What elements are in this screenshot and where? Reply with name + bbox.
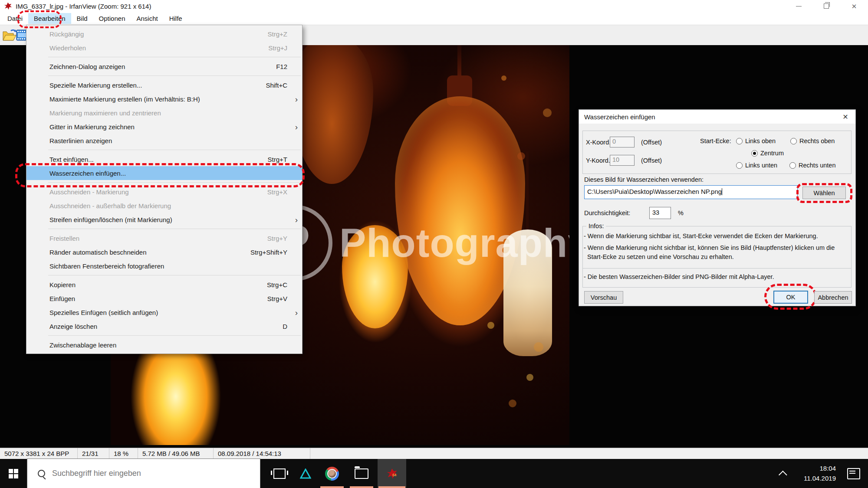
menu-item-zeichnen-dialog-anzeigen[interactable]: Zeichnen-Dialog anzeigenF12 <box>26 59 302 73</box>
minimize-button[interactable] <box>785 0 812 12</box>
bokeh-lights <box>501 75 506 81</box>
ok-button[interactable]: OK <box>773 291 808 304</box>
menu-shortcut: Strg+T <box>268 156 287 163</box>
lamp-dark <box>291 45 373 184</box>
menu-item-spezielle-markierung-erstellen[interactable]: Spezielle Markierung erstellen...Shift+C <box>26 78 302 92</box>
info-line-2: - Wenn die Markierung nicht sichtbar ist… <box>583 243 851 262</box>
menu-item-freistellen[interactable]: FreistellenStrg+Y <box>26 231 302 245</box>
menu-item-text-einf-gen[interactable]: Text einfügen...Strg+T <box>26 152 302 166</box>
radio-label: Rechts oben <box>799 138 835 144</box>
task-view-button[interactable] <box>266 459 293 488</box>
menu-item-ausschneiden-markierung[interactable]: Ausschneiden - MarkierungStrg+X <box>26 185 302 199</box>
menu-item-label: Wiederholen <box>49 44 86 52</box>
menu-item-label: Gitter in Markierung zeichnen <box>49 123 135 131</box>
menu-item-wasserzeichen-einf-gen[interactable]: Wasserzeichen einfügen... <box>26 166 302 180</box>
preview-button[interactable]: Vorschau <box>584 291 623 304</box>
menu-item-maximierte-markierung-erstellen-im-verh-[interactable]: Maximierte Markierung erstellen (im Verh… <box>26 92 302 106</box>
menu-item-rasterlinien-anzeigen[interactable]: Rasterlinien anzeigen <box>26 134 302 147</box>
taskbar-clock[interactable]: 18:04 11.04.2019 <box>797 464 836 483</box>
menu-item-sichtbaren-fensterbereich-fotografieren[interactable]: Sichtbaren Fensterbereich fotografieren <box>26 259 302 273</box>
radio-links-unten[interactable]: Links unten <box>736 161 777 170</box>
menu-shortcut: D <box>283 323 287 330</box>
cancel-button[interactable]: Abbrechen <box>814 291 852 304</box>
radio-links-oben[interactable]: Links oben <box>736 137 776 145</box>
choose-file-button[interactable]: Wählen <box>802 187 846 199</box>
taskbar: 64 18:04 11.04.2019 <box>0 459 868 488</box>
menu-ansicht[interactable]: Ansicht <box>131 13 164 24</box>
radio-button-icon <box>736 138 743 144</box>
status-segment: 08.09.2018 / 14:54:13 <box>214 448 310 459</box>
clock-time: 18:04 <box>797 464 836 474</box>
menu-item-r-ckg-ngig[interactable]: RückgängigStrg+Z <box>26 27 302 41</box>
radio-button-icon <box>790 138 797 144</box>
x-offset-label: (Offset) <box>641 139 662 146</box>
file-explorer-icon <box>355 468 368 479</box>
menu-item-streifen-einf-gen-l-schen-mit-markierung[interactable]: Streifen einfügen/löschen (mit Markierun… <box>26 213 302 226</box>
taskbar-app-explorer[interactable] <box>348 459 375 488</box>
close-icon: ✕ <box>852 3 857 10</box>
radio-label: Links oben <box>745 138 776 144</box>
menu-item-label: Freistellen <box>49 235 79 242</box>
file-path-text: C:\Users\Puia\Desktop\Wasserzeichen NP.p… <box>587 188 722 195</box>
menu-item-einf-gen[interactable]: EinfügenStrg+V <box>26 291 302 305</box>
window-title: IMG_6337_lr.jpg - IrfanView (Zoom: 921 x… <box>16 3 151 10</box>
menu-item-label: Zwischenablage leeren <box>49 341 116 349</box>
menu-item-r-nder-automatisch-beschneiden[interactable]: Ränder automatisch beschneidenStrg+Shift… <box>26 245 302 259</box>
restore-button[interactable] <box>812 0 840 12</box>
y-coord-input[interactable]: 10 <box>610 155 635 166</box>
menu-item-spezielles-einf-gen-seitlich-anf-gen[interactable]: Spezielles Einfügen (seitlich anfügen)› <box>26 305 302 319</box>
menu-item-label: Ausschneiden - außerhalb der Markierung <box>49 202 171 210</box>
menu-datei[interactable]: Datei <box>2 13 28 24</box>
search-input[interactable] <box>51 468 218 478</box>
radio-rechts-oben[interactable]: Rechts oben <box>790 137 835 145</box>
menu-item-label: Anzeige löschen <box>49 323 97 330</box>
x-coord-input[interactable]: 0 <box>610 137 635 147</box>
taskbar-app-chrome[interactable] <box>319 459 345 488</box>
menu-hilfe[interactable]: Hilfe <box>164 13 188 24</box>
x-coord-label: X-Koord.: <box>586 139 612 146</box>
menu-item-anzeige-l-schen[interactable]: Anzeige löschenD <box>26 319 302 333</box>
menu-item-ausschneiden-au-erhalb-der-markierung[interactable]: Ausschneiden - außerhalb der Markierung <box>26 199 302 213</box>
minimize-icon <box>796 6 802 7</box>
menu-bild[interactable]: Bild <box>71 13 93 24</box>
start-button[interactable] <box>0 459 27 488</box>
chrome-icon <box>325 467 339 481</box>
taskbar-app-irfanview[interactable]: 64 <box>378 459 406 488</box>
radio-button-icon <box>789 162 796 169</box>
taskbar-app-teal[interactable] <box>293 459 319 488</box>
menu-bearbeiten[interactable]: Bearbeiten <box>28 13 71 24</box>
menu-item-label: Streifen einfügen/löschen (mit Markierun… <box>49 216 172 223</box>
menu-optionen[interactable]: Optionen <box>93 13 131 24</box>
teal-triangle-icon <box>300 468 311 479</box>
menu-item-markierung-maximieren-und-zentrieren[interactable]: Markierung maximieren und zentrieren <box>26 106 302 120</box>
y-coord-label: Y-Koord.: <box>586 157 612 164</box>
taskbar-search[interactable] <box>27 459 260 488</box>
show-hidden-icons-chevron[interactable] <box>779 470 787 479</box>
menu-separator <box>48 75 301 76</box>
watermark-file-input[interactable]: C:\Users\Puia\Desktop\Wasserzeichen NP.p… <box>584 185 798 199</box>
opacity-input[interactable]: 33 <box>649 207 671 219</box>
menu-item-wiederholen[interactable]: WiederholenStrg+J <box>26 41 302 55</box>
menu-shortcut: F12 <box>276 63 287 70</box>
radio-label: Links unten <box>745 162 777 169</box>
menu-item-label: Maximierte Markierung erstellen (im Verh… <box>49 95 200 103</box>
menu-item-zwischenablage-leeren[interactable]: Zwischenablage leeren <box>26 338 302 352</box>
infos-groupbox: Infos: - Wenn die Markierung sichtbar is… <box>582 226 852 288</box>
status-segment: 18 % <box>109 448 138 459</box>
start-corner-label: Start-Ecke: <box>700 138 731 144</box>
radio-zentrum[interactable]: Zentrum <box>751 149 784 157</box>
menu-item-kopieren[interactable]: KopierenStrg+C <box>26 278 302 291</box>
radio-rechts-unten[interactable]: Rechts unten <box>789 161 835 170</box>
text-caret <box>722 188 722 195</box>
menu-item-gitter-in-markierung-zeichnen[interactable]: Gitter in Markierung zeichnen› <box>26 120 302 134</box>
menu-shortcut: Strg+X <box>267 188 287 196</box>
action-center-icon[interactable] <box>847 468 860 479</box>
window-controls: ✕ <box>785 0 868 12</box>
close-button[interactable]: ✕ <box>840 0 868 12</box>
dialog-title: Wasserzeichen einfügen <box>584 113 655 121</box>
menu-item-label: Einfügen <box>49 295 75 302</box>
menu-item-label: Text einfügen... <box>49 156 94 163</box>
dialog-close-button[interactable]: ✕ <box>840 112 851 121</box>
irfanview-app-icon <box>3 2 12 10</box>
infos-label: Infos: <box>586 223 606 229</box>
